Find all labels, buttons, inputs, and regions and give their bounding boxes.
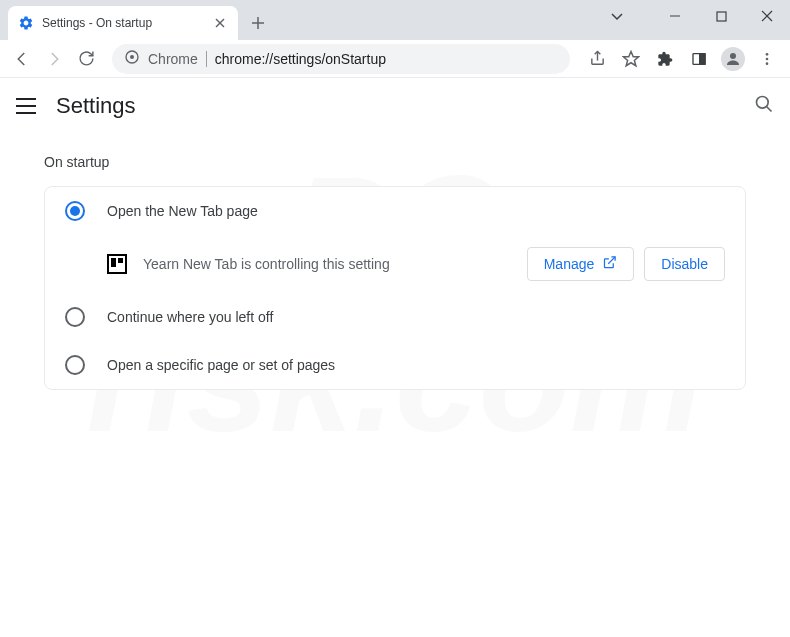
svg-marker-11 — [624, 51, 639, 65]
url-text: chrome://settings/onStartup — [215, 51, 558, 67]
search-button[interactable] — [754, 94, 774, 118]
svg-point-14 — [730, 53, 736, 59]
svg-rect-22 — [118, 258, 123, 263]
browser-tab[interactable]: Settings - On startup — [8, 6, 238, 40]
extension-app-icon — [107, 254, 127, 274]
radio-checked-icon[interactable] — [65, 201, 85, 221]
bookmark-icon[interactable] — [616, 44, 646, 74]
tab-title: Settings - On startup — [42, 16, 204, 30]
forward-button[interactable] — [40, 45, 68, 73]
svg-rect-21 — [111, 258, 116, 267]
extension-actions: Manage Disable — [527, 247, 725, 281]
chevron-down-icon[interactable] — [594, 0, 640, 32]
option-new-tab[interactable]: Open the New Tab page — [45, 187, 745, 235]
extensions-icon[interactable] — [650, 44, 680, 74]
radio-label: Open the New Tab page — [107, 203, 258, 219]
svg-rect-13 — [700, 53, 705, 64]
site-info-icon[interactable] — [124, 49, 140, 69]
manage-label: Manage — [544, 256, 595, 272]
settings-content: On startup Open the New Tab page Yearn N… — [0, 134, 790, 410]
profile-button[interactable] — [718, 44, 748, 74]
back-button[interactable] — [8, 45, 36, 73]
section-title: On startup — [44, 154, 746, 170]
close-window-button[interactable] — [744, 0, 790, 32]
option-continue[interactable]: Continue where you left off — [45, 293, 745, 341]
extension-message: Yearn New Tab is controlling this settin… — [143, 256, 511, 272]
svg-point-16 — [766, 57, 769, 60]
side-panel-icon[interactable] — [684, 44, 714, 74]
disable-button[interactable]: Disable — [644, 247, 725, 281]
menu-button[interactable] — [752, 44, 782, 74]
gear-icon — [18, 15, 34, 31]
disable-label: Disable — [661, 256, 708, 272]
manage-button[interactable]: Manage — [527, 247, 635, 281]
radio-label: Continue where you left off — [107, 309, 273, 325]
open-external-icon — [602, 255, 617, 273]
svg-point-17 — [766, 62, 769, 65]
url-divider — [206, 51, 207, 67]
page-title: Settings — [56, 93, 136, 119]
menu-icon[interactable] — [16, 98, 36, 114]
close-tab-button[interactable] — [212, 15, 228, 31]
startup-card: Open the New Tab page Yearn New Tab is c… — [44, 186, 746, 390]
new-tab-button[interactable] — [244, 9, 272, 37]
svg-point-9 — [130, 55, 134, 59]
settings-header: Settings — [0, 78, 790, 134]
svg-rect-5 — [717, 12, 726, 21]
extension-notice: Yearn New Tab is controlling this settin… — [45, 235, 745, 293]
share-icon[interactable] — [582, 44, 612, 74]
svg-point-18 — [757, 97, 769, 109]
address-bar[interactable]: Chrome chrome://settings/onStartup — [112, 44, 570, 74]
radio-label: Open a specific page or set of pages — [107, 357, 335, 373]
url-prefix: Chrome — [148, 51, 198, 67]
option-specific[interactable]: Open a specific page or set of pages — [45, 341, 745, 389]
window-controls — [594, 0, 790, 32]
minimize-button[interactable] — [652, 0, 698, 32]
maximize-button[interactable] — [698, 0, 744, 32]
svg-point-15 — [766, 53, 769, 56]
window-titlebar: Settings - On startup — [0, 0, 790, 40]
svg-line-23 — [609, 257, 616, 264]
avatar-icon — [721, 47, 745, 71]
radio-unchecked-icon[interactable] — [65, 355, 85, 375]
reload-button[interactable] — [72, 45, 100, 73]
browser-toolbar: Chrome chrome://settings/onStartup — [0, 40, 790, 78]
radio-unchecked-icon[interactable] — [65, 307, 85, 327]
svg-rect-20 — [108, 255, 126, 273]
svg-line-19 — [767, 107, 772, 112]
